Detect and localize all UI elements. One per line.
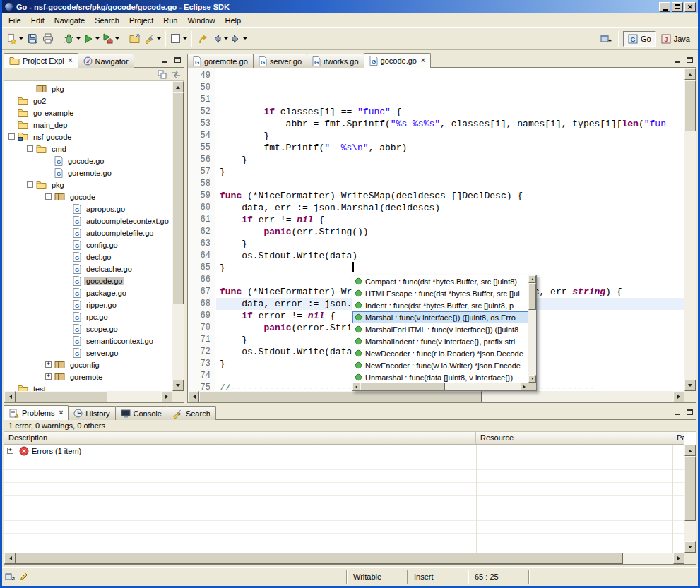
scroll-down-button[interactable] (684, 541, 696, 553)
perspective-java-button[interactable]: JJava (656, 31, 695, 47)
perspective-go-button[interactable]: GGo (623, 31, 656, 47)
tree-item-decl.go[interactable]: Gdecl.go (4, 251, 172, 263)
tree-item-semanticcontext.go[interactable]: Gsemanticcontext.go (4, 335, 172, 347)
minimize-editor-button[interactable] (671, 54, 682, 65)
scroll-down-button[interactable] (684, 380, 696, 391)
tree-item-goremote.go[interactable]: Ggoremote.go (4, 167, 172, 179)
scroll-thumb[interactable] (528, 283, 536, 310)
print-button[interactable] (40, 30, 56, 47)
editor-tab-server.go[interactable]: Gserver.go (253, 54, 307, 68)
collapse-all-icon[interactable] (158, 70, 167, 79)
scroll-up-button[interactable] (528, 275, 536, 283)
tree-item-scope.go[interactable]: Gscope.go (4, 323, 172, 335)
tree-expander-icon[interactable]: - (8, 133, 15, 140)
problems-table-body[interactable]: +Errors (1 item) (4, 445, 684, 553)
open-perspective-button[interactable] (598, 30, 614, 47)
column-header-resource[interactable]: Resource (476, 432, 672, 444)
autocomplete-item[interactable]: Unmarshal : func(data []uint8, v interfa… (352, 371, 528, 383)
menu-edit[interactable]: Edit (26, 15, 49, 26)
table-vertical-scrollbar[interactable] (684, 445, 696, 553)
tree-item-nsf-gocode[interactable]: -nsf-gocode (4, 131, 172, 143)
scroll-thumb[interactable] (684, 456, 696, 521)
editor-tab-gocode.go[interactable]: Ggocode.go× (364, 53, 431, 68)
popup-horizontal-scrollbar[interactable] (352, 383, 528, 390)
new-button[interactable] (5, 30, 25, 47)
new-java-element-button[interactable] (169, 30, 189, 47)
external-tools-dropdown-icon[interactable] (115, 37, 119, 40)
tree-expander-icon[interactable]: - (27, 181, 33, 188)
view-tab-search[interactable]: Search (167, 406, 216, 420)
tree-expander-icon[interactable]: - (27, 145, 33, 152)
new-dropdown-icon[interactable] (19, 37, 23, 40)
menu-window[interactable]: Window (182, 15, 220, 26)
tree-item-package.go[interactable]: Gpackage.go (4, 287, 172, 299)
tree-item-goconfig[interactable]: +goconfig (4, 359, 172, 371)
menu-run[interactable]: Run (158, 15, 182, 26)
tree-expander-icon[interactable]: + (45, 361, 52, 368)
run-button[interactable] (82, 30, 101, 47)
tree-item-main-dep[interactable]: main_dep (4, 119, 172, 131)
close-button[interactable]: × (684, 2, 696, 12)
minimize-problems-button[interactable] (671, 407, 682, 417)
back-button[interactable] (210, 30, 230, 47)
column-header-path[interactable]: Path (672, 432, 684, 444)
tree-item-gocode.go[interactable]: Ggocode.go (4, 155, 172, 167)
minimize-button[interactable] (659, 2, 670, 12)
table-row-errors-group[interactable]: +Errors (1 item) (4, 445, 684, 457)
autocomplete-item[interactable]: Marshal : func(v interface{}) ([]uint8, … (352, 311, 528, 323)
tree-item-declcache.go[interactable]: Gdeclcache.go (4, 263, 172, 275)
view-tab-project-expl[interactable]: Project Expl× (4, 53, 78, 68)
autocomplete-item[interactable]: Compact : func(dst *bytes.Buffer, src []… (352, 275, 528, 287)
scroll-right-button[interactable] (521, 383, 528, 390)
run-dropdown-icon[interactable] (95, 37, 100, 40)
tree-item-pkg[interactable]: pkg (4, 83, 172, 95)
tree-item-rpc.go[interactable]: Grpc.go (4, 311, 172, 323)
autocomplete-item[interactable]: NewEncoder : func(w io.Writer) *json.Enc… (352, 359, 528, 371)
link-with-editor-icon[interactable] (171, 70, 181, 78)
autocomplete-item[interactable]: HTMLEscape : func(dst *bytes.Buffer, src… (352, 287, 528, 299)
last-edit-location-button[interactable] (195, 30, 210, 47)
maximize-button[interactable] (672, 2, 683, 12)
close-tab-icon[interactable]: × (421, 57, 425, 64)
open-resource-button[interactable] (127, 30, 143, 47)
code-editor[interactable]: 4950515253545556575859606162636465666768… (187, 68, 696, 403)
scroll-down-button[interactable] (172, 380, 184, 391)
popup-vertical-scrollbar[interactable] (528, 275, 536, 383)
tree-item-autocompletecontext.go[interactable]: Gautocompletecontext.go (4, 215, 172, 227)
external-tools-button[interactable] (101, 30, 121, 47)
column-header-description[interactable]: Description (4, 432, 476, 444)
tree-item-go-example[interactable]: go-example (4, 107, 172, 119)
autocomplete-item[interactable]: NewDecoder : func(r io.Reader) *json.Dec… (352, 347, 528, 359)
editor-tab-itworks.go[interactable]: Gitworks.go (307, 54, 364, 68)
close-tab-icon[interactable]: × (69, 57, 73, 64)
tree-item-autocompletefile.go[interactable]: Gautocompletefile.go (4, 227, 172, 239)
tree-item-cmd[interactable]: -cmd (4, 143, 172, 155)
autocomplete-item[interactable]: MarshalIndent : func(v interface{}, pref… (352, 335, 528, 347)
table-horizontal-scrollbar[interactable] (4, 553, 684, 564)
forward-button[interactable] (230, 30, 249, 47)
row-expander-icon[interactable]: + (7, 448, 13, 454)
menu-project[interactable]: Project (124, 15, 158, 26)
menu-navigate[interactable]: Navigate (49, 15, 90, 26)
scroll-right-button[interactable] (673, 391, 684, 402)
search-dropdown-icon[interactable] (157, 37, 161, 40)
scroll-left-button[interactable] (4, 553, 16, 564)
new-java-element-dropdown-icon[interactable] (183, 37, 187, 40)
scroll-thumb[interactable] (16, 391, 107, 402)
debug-dropdown-icon[interactable] (76, 37, 81, 40)
back-dropdown-icon[interactable] (224, 37, 228, 40)
tree-item-gocode[interactable]: -gocode (4, 191, 172, 203)
tree-item-goremote[interactable]: +goremote (4, 371, 172, 383)
scroll-down-button[interactable] (528, 375, 536, 383)
scroll-left-button[interactable] (188, 391, 199, 402)
titlebar[interactable]: Go - nsf-gocode/src/pkg/gocode/gocode.go… (2, 0, 698, 13)
tree-expander-icon[interactable]: - (45, 193, 52, 200)
tree-item-apropos.go[interactable]: Gapropos.go (4, 203, 172, 215)
tree-expander-icon[interactable]: + (45, 373, 52, 380)
save-button[interactable] (25, 30, 40, 47)
scroll-right-button[interactable] (161, 391, 172, 402)
autocomplete-item[interactable]: Indent : func(dst *bytes.Buffer, src []u… (352, 299, 528, 311)
maximize-problems-button[interactable] (684, 407, 695, 417)
scroll-thumb[interactable] (199, 391, 482, 402)
view-tab-problems[interactable]: Problems× (4, 405, 69, 420)
